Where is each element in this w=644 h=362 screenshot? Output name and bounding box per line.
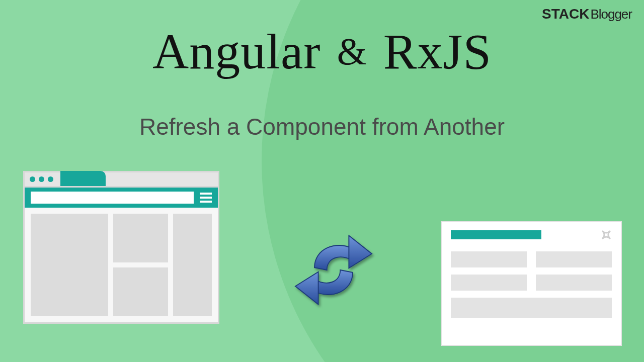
title-word-rxjs: RxJS (383, 24, 492, 79)
content-block (31, 214, 108, 316)
window-controls (30, 176, 53, 182)
sync-arrows-icon (286, 222, 381, 318)
panel-header (451, 229, 612, 240)
browser-toolbar (25, 188, 218, 208)
content-block (173, 214, 212, 316)
subtitle: Refresh a Component from Another (0, 113, 644, 140)
content-block (113, 214, 169, 262)
title-ampersand: & (337, 30, 367, 72)
hamburger-icon (200, 193, 212, 203)
panel-cell (451, 251, 527, 267)
title-word-angular: Angular (152, 24, 321, 79)
window-dot (48, 176, 53, 182)
content-block (113, 267, 169, 316)
panel-cell (451, 275, 527, 291)
panel-title-bar (451, 230, 541, 239)
component-panel-illustration (441, 221, 622, 346)
brand-stack: STACK (542, 6, 589, 22)
url-bar (31, 192, 194, 204)
close-icon (601, 229, 612, 240)
browser-tab (60, 171, 106, 186)
browser-titlebar (25, 172, 218, 188)
window-dot (30, 176, 35, 182)
main-title: Angular & RxJS (0, 23, 644, 80)
browser-window-illustration (23, 171, 219, 324)
browser-body (25, 208, 218, 322)
panel-body (451, 251, 612, 318)
hero-graphic: STACKBlogger Angular & RxJS Refresh a Co… (0, 0, 644, 362)
panel-cell (536, 251, 612, 267)
panel-cell-wide (451, 298, 612, 318)
panel-cell (536, 275, 612, 291)
brand-blogger: Blogger (590, 7, 632, 22)
brand-logo: STACKBlogger (542, 6, 632, 22)
window-dot (39, 176, 44, 182)
